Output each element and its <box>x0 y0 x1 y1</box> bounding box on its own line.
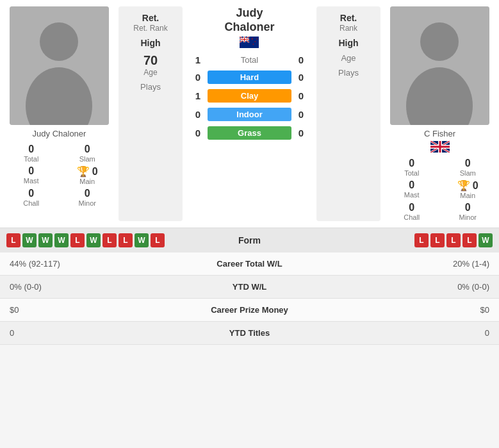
right-chall-value: 0 <box>409 202 414 213</box>
right-slam-cell: 0 Slam <box>443 158 493 177</box>
right-form-badge-l: L <box>430 233 445 247</box>
left-info-box: Ret. Ret. Rank High 70 Age Plays <box>119 6 183 221</box>
right-high-value: High <box>338 38 358 48</box>
right-minor-cell: 0 Minor <box>443 202 493 221</box>
left-clay-score: 1 <box>188 90 208 101</box>
stats-left-val: 0% (0-0) <box>0 276 165 299</box>
svg-text:★: ★ <box>254 40 256 43</box>
left-player-name: Judy Chaloner <box>33 129 86 138</box>
right-player-name: C Fisher <box>424 129 455 153</box>
left-rank-text: Ret. Rank <box>133 24 167 33</box>
stats-left-val: 0 <box>0 322 165 345</box>
left-slam-value: 0 <box>85 144 90 155</box>
left-total-value: 0 <box>28 144 34 155</box>
right-form-badge-l: L <box>446 233 461 247</box>
right-mast-value: 0 <box>409 179 414 191</box>
total-label: Total <box>208 55 291 65</box>
right-total-score: 0 <box>291 54 311 65</box>
stats-center-label: Career Prize Money <box>165 299 334 322</box>
right-main-label: Main <box>460 192 475 199</box>
right-ret-label: Ret. <box>339 13 357 24</box>
right-indoor-score: 0 <box>291 109 311 120</box>
stats-row-1: 0% (0-0) YTD W/L 0% (0-0) <box>0 276 499 299</box>
right-stats-grid: 0 Total 0 Slam 0 Mast 🏆 0 Main <box>384 158 496 221</box>
stats-row-0: 44% (92-117) Career Total W/L 20% (1-4) <box>0 253 499 276</box>
stats-center-label: YTD W/L <box>165 276 334 299</box>
right-trophy-main: 🏆 0 Main <box>443 179 493 199</box>
left-slam-label: Slam <box>79 155 95 163</box>
left-age-cell: 70 Age <box>143 53 158 77</box>
svg-rect-28 <box>430 146 450 148</box>
right-main-value: 0 <box>473 180 479 192</box>
left-form-badge-w: W <box>38 233 53 247</box>
left-minor-value: 0 <box>85 188 90 199</box>
main-container: Judy Chaloner 0 Total 0 Slam 0 Mast 🏆 <box>0 0 499 345</box>
right-minor-label: Minor <box>459 213 477 221</box>
left-form-badge-l: L <box>70 233 85 247</box>
grass-score-row: 0 Grass 0 <box>186 125 313 141</box>
left-plays-label: Plays <box>140 82 161 92</box>
left-slam-cell: 0 Slam <box>63 144 113 163</box>
right-plays-label: Plays <box>338 68 359 78</box>
left-age-label: Age <box>143 68 158 77</box>
indoor-badge: Indoor <box>208 108 291 121</box>
right-slam-value: 0 <box>465 158 471 169</box>
right-chall-label: Chall <box>404 213 420 221</box>
form-section: LWWWLWLLWL Form LLLLW <box>0 228 499 253</box>
left-player-photo <box>10 6 109 125</box>
clay-badge: Clay <box>208 89 291 103</box>
right-age-label: Age <box>341 53 356 63</box>
stats-row-3: 0 YTD Titles 0 <box>0 322 499 345</box>
right-total-value: 0 <box>409 158 414 169</box>
left-grass-score: 0 <box>188 128 208 138</box>
right-player-photo <box>390 6 489 125</box>
stats-table: 44% (92-117) Career Total W/L 20% (1-4) … <box>0 253 499 345</box>
left-total-label: Total <box>24 155 38 163</box>
left-mast-label: Mast <box>24 177 39 185</box>
left-chall-value: 0 <box>28 188 34 199</box>
clay-score-row: 1 Clay 0 <box>186 88 313 104</box>
stats-center-label: Career Total W/L <box>165 253 334 276</box>
grass-badge: Grass <box>208 126 291 140</box>
left-mast-value: 0 <box>28 165 34 177</box>
left-high-cell: High <box>140 38 160 48</box>
score-rows: 1 Total 0 0 Hard 0 1 Clay 0 0 <box>186 53 313 141</box>
svg-text:★: ★ <box>252 43 254 46</box>
svg-point-1 <box>40 22 78 61</box>
right-mast-cell: 0 Mast <box>387 179 437 199</box>
left-form-badge-l: L <box>102 233 117 247</box>
right-minor-value: 0 <box>465 202 471 213</box>
svg-text:★: ★ <box>256 38 258 40</box>
left-trophy-main: 🏆 0 Main <box>63 165 113 185</box>
stats-left-val: 44% (92-117) <box>0 253 165 276</box>
left-high-value: High <box>140 38 160 48</box>
left-form-badge-w: W <box>22 233 37 247</box>
right-form-badges: LLLLW <box>331 233 493 247</box>
right-trophy-icon: 🏆 <box>457 179 470 192</box>
total-score-row: 1 Total 0 <box>186 53 313 67</box>
svg-point-18 <box>420 22 459 61</box>
right-total-label: Total <box>404 169 419 177</box>
left-form-badge-w: W <box>54 233 69 247</box>
stats-right-val: 20% (1-4) <box>334 253 499 276</box>
svg-rect-12 <box>240 39 249 40</box>
left-center-name: JudyChaloner <box>224 6 274 34</box>
stats-right-val: $0 <box>334 299 499 322</box>
left-total-score: 1 <box>188 54 208 65</box>
left-form-badge-l: L <box>119 233 133 247</box>
right-slam-label: Slam <box>460 169 476 177</box>
stats-right-val: 0% (0-0) <box>334 276 499 299</box>
right-form-badge-l: L <box>414 233 429 247</box>
right-total-cell: 0 Total <box>387 158 437 177</box>
uk-flag-icon <box>430 141 450 153</box>
right-info-box: Ret. Rank High Age Plays <box>316 6 380 221</box>
stats-left-val: $0 <box>0 299 165 322</box>
left-main-label: Main <box>79 178 95 185</box>
left-stats-grid: 0 Total 0 Slam 0 Mast 🏆 0 Main <box>3 144 115 207</box>
hard-score-row: 0 Hard 0 <box>186 69 313 85</box>
right-name-text: C Fisher <box>424 129 455 138</box>
left-age-value: 70 <box>143 53 158 68</box>
center-block: JudyChaloner ★ ★ ★ <box>186 6 313 221</box>
right-form-badge-l: L <box>462 233 477 247</box>
stats-center-label: YTD Titles <box>165 322 334 345</box>
